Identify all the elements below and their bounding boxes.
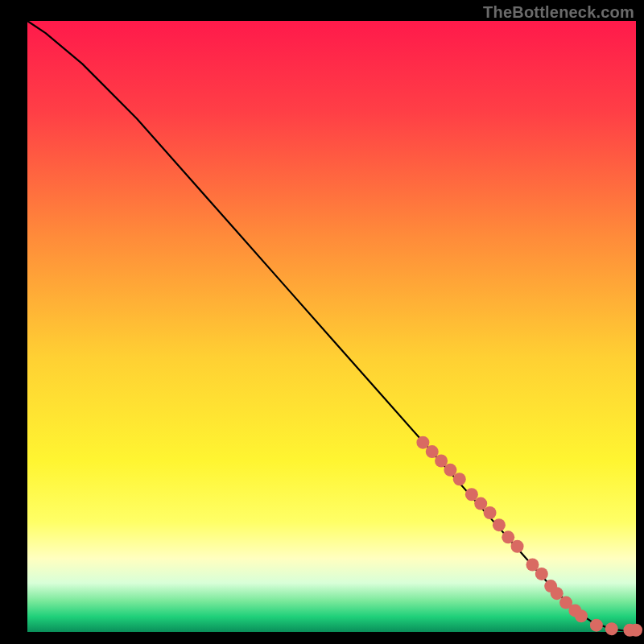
data-point [416,436,429,449]
data-point [511,540,524,553]
data-point [605,622,618,635]
data-point [444,464,456,477]
data-point [590,619,603,632]
data-point [493,518,506,531]
data-point [575,609,588,622]
watermark-text: TheBottleneck.com [483,3,634,22]
data-point [535,568,548,580]
data-point [551,587,564,600]
data-point [630,624,642,637]
data-point [526,559,539,572]
data-point [474,497,487,510]
data-point [502,530,514,543]
data-point [465,488,478,501]
plot-background [27,21,636,632]
chart-svg [0,0,644,644]
data-point [435,454,448,467]
chart-container: TheBottleneck.com [0,0,644,644]
data-point [453,473,466,485]
data-point [484,506,497,519]
data-point [426,445,439,458]
